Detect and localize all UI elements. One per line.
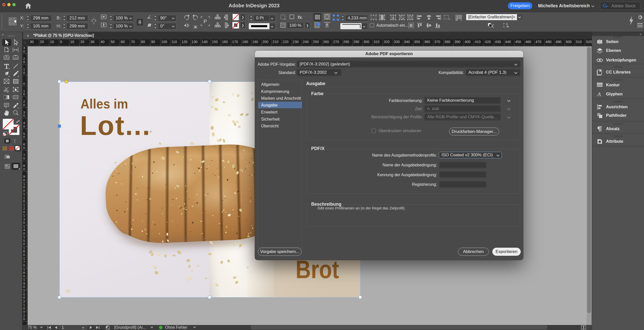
svg-text:A: A [597,91,601,97]
svg-text:P: P [204,19,207,24]
